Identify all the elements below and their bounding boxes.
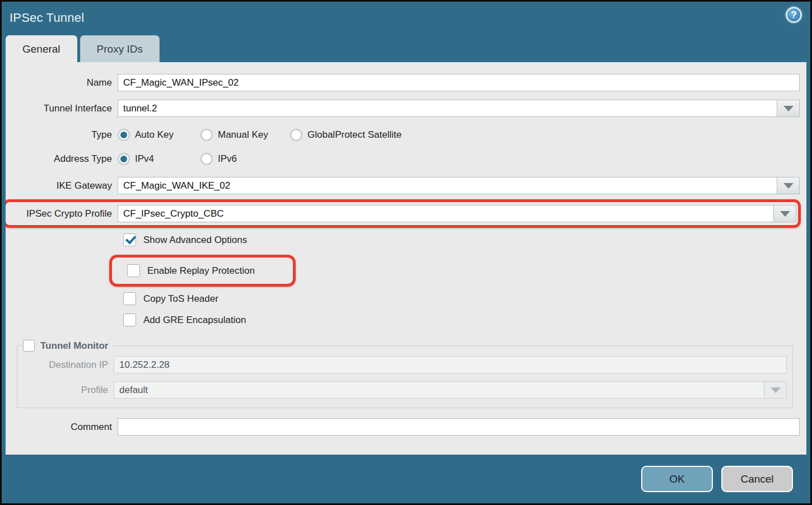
type-label: Type (6, 129, 118, 141)
radio-button-icon[interactable] (118, 129, 130, 141)
address-type-row: Address Type IPv4 IPv6 (6, 153, 800, 165)
name-label: Name (6, 77, 118, 88)
tab-general[interactable]: General (6, 35, 77, 62)
tunnel-interface-label: Tunnel Interface (6, 103, 118, 114)
radio-ipv4[interactable]: IPv4 (118, 153, 196, 165)
address-type-label: Address Type (6, 153, 118, 165)
comment-row: Comment (6, 418, 800, 436)
comment-label: Comment (6, 422, 118, 433)
ipsec-crypto-profile-label: IPSec Crypto Profile (6, 208, 118, 219)
ipsec-crypto-profile-value[interactable]: CF_IPsec_Crypto_CBC (118, 205, 773, 222)
radio-ipv6[interactable]: IPv6 (200, 153, 237, 165)
ike-gateway-row: IKE Gateway CF_Magic_WAN_IKE_02 (6, 177, 800, 194)
ipsec-crypto-profile-combo[interactable]: CF_IPsec_Crypto_CBC (118, 205, 796, 222)
profile-combo: default (114, 381, 787, 399)
enable-replay-protection-highlight: Enable Replay Protection (109, 255, 296, 287)
comment-input[interactable] (118, 418, 800, 436)
ike-gateway-value[interactable]: CF_Magic_WAN_IKE_02 (118, 177, 777, 194)
chevron-down-icon[interactable] (777, 100, 800, 117)
destination-ip-label: Destination IP (17, 359, 114, 371)
tunnel-interface-row: Tunnel Interface tunnel.2 (6, 100, 800, 117)
dialog-title: IPSec Tunnel (10, 11, 84, 25)
radio-button-icon[interactable] (200, 153, 213, 165)
profile-label: Profile (17, 385, 114, 396)
ipsec-crypto-profile-highlight: IPSec Crypto Profile CF_IPsec_Crypto_CBC (6, 199, 801, 228)
destination-ip-row: Destination IP 10.252.2.28 (17, 356, 787, 373)
tunnel-interface-value[interactable]: tunnel.2 (118, 100, 777, 117)
radio-button-icon[interactable] (290, 129, 302, 141)
chevron-down-icon (764, 381, 787, 399)
ike-gateway-label: IKE Gateway (6, 180, 118, 191)
dialog-footer: OK Cancel (2, 455, 810, 503)
ipsec-tunnel-dialog: IPSec Tunnel ? General Proxy IDs Name Tu… (0, 0, 812, 505)
tab-proxy-ids[interactable]: Proxy IDs (80, 35, 160, 62)
type-row: Type Auto Key Manual Key GlobalProtect S… (6, 129, 800, 141)
radio-button-icon[interactable] (118, 153, 130, 165)
tunnel-interface-combo[interactable]: tunnel.2 (118, 100, 800, 117)
chevron-down-icon[interactable] (773, 205, 796, 222)
enable-replay-protection-checkbox[interactable] (127, 264, 140, 277)
help-icon[interactable]: ? (786, 7, 802, 23)
name-row: Name (6, 74, 800, 91)
show-advanced-options-checkbox[interactable] (123, 233, 136, 246)
profile-value: default (114, 381, 764, 399)
ok-button[interactable]: OK (641, 466, 713, 492)
add-gre-encapsulation-checkbox[interactable] (123, 314, 136, 326)
add-gre-encapsulation-row: Add GRE Encapsulation (123, 314, 800, 326)
cancel-button[interactable]: Cancel (721, 466, 793, 492)
tunnel-monitor-fieldset: Tunnel Monitor Destination IP 10.252.2.2… (17, 340, 793, 408)
dialog-titlebar: IPSec Tunnel ? (2, 2, 810, 34)
tunnel-monitor-checkbox[interactable] (23, 340, 35, 352)
ike-gateway-combo[interactable]: CF_Magic_WAN_IKE_02 (118, 177, 800, 194)
copy-tos-header-checkbox[interactable] (123, 292, 136, 305)
copy-tos-header-row: Copy ToS Header (123, 292, 800, 305)
radio-auto-key[interactable]: Auto Key (118, 129, 196, 141)
tunnel-monitor-legend: Tunnel Monitor (22, 340, 113, 352)
chevron-down-icon[interactable] (777, 177, 800, 194)
radio-globalprotect-satellite[interactable]: GlobalProtect Satellite (290, 129, 402, 141)
radio-manual-key[interactable]: Manual Key (200, 129, 286, 141)
general-tab-panel: Name Tunnel Interface tunnel.2 Type Auto… (6, 62, 806, 455)
radio-button-icon[interactable] (200, 129, 213, 141)
show-advanced-options-row: Show Advanced Options (123, 233, 800, 246)
destination-ip-input: 10.252.2.28 (114, 356, 787, 373)
tab-bar: General Proxy IDs (2, 34, 810, 62)
name-input[interactable] (118, 74, 800, 91)
profile-row: Profile default (17, 381, 787, 399)
